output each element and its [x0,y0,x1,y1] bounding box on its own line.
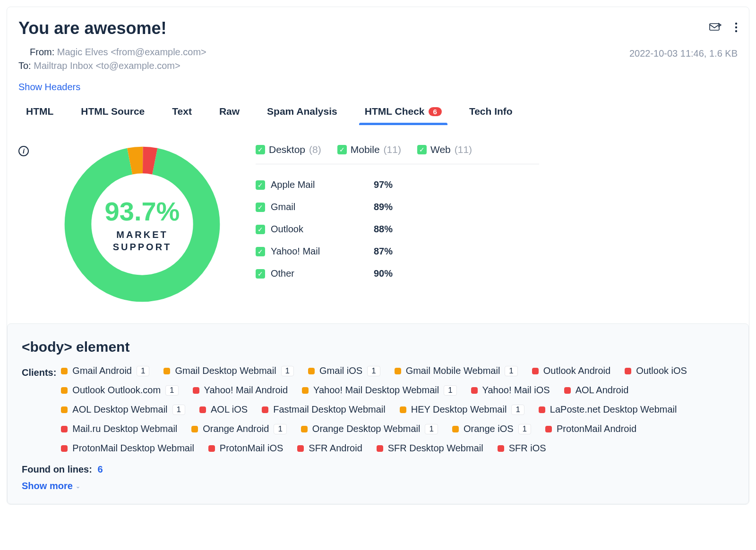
client-pill: Outlook Outlook.com1 [61,385,178,396]
client-pill: SFR iOS [498,443,546,454]
tab-text[interactable]: Text [172,106,192,125]
status-dot-icon [539,406,545,413]
client-row[interactable]: ✓Yahoo! Mail87% [256,240,539,262]
client-pill: Orange Desktop Webmail1 [301,423,438,434]
to-value: Mailtrap Inbox <to@example.com> [34,60,180,71]
client-pill: ProtonMail Desktop Webmail [61,443,194,454]
page-title: You are awesome! [18,18,166,38]
status-dot-icon [302,387,309,394]
timestamp: 2022-10-03 11:46, 1.6 KB [629,48,738,59]
status-dot-icon [400,406,406,413]
client-row[interactable]: ✓Other90% [256,262,539,285]
issue-title: <body> element [22,339,734,355]
status-dot-icon [498,445,504,452]
count-badge: 1 [172,405,185,415]
svg-point-1 [735,23,737,25]
count-badge: 1 [367,366,380,376]
count-badge: 1 [505,366,517,376]
client-pill: SFR Desktop Webmail [377,443,483,454]
status-dot-icon [308,368,315,374]
status-dot-icon [208,445,215,452]
client-pill: Fastmail Desktop Webmail [262,404,385,415]
status-dot-icon [297,445,304,452]
to-label: To: [18,60,31,71]
count-badge: 1 [165,385,178,396]
market-support-donut: 93.7% MARKETSUPPORT [62,144,223,305]
status-dot-icon [61,445,68,452]
status-dot-icon [191,426,198,432]
client-pill: Orange Android1 [191,423,287,434]
donut-percentage: 93.7% [105,196,180,227]
status-dot-icon [61,406,68,413]
status-dot-icon [163,368,170,374]
checkbox-icon: ✓ [256,247,265,256]
client-pill: ProtonMail Android [545,423,636,434]
filter-desktop[interactable]: ✓Desktop (8) [256,144,321,155]
client-pill: Yahoo! Mail Desktop Webmail1 [302,385,457,396]
tab-tech-info[interactable]: Tech Info [469,106,513,125]
client-pill: Outlook Android [532,365,610,376]
status-dot-icon [564,387,571,394]
status-dot-icon [262,406,268,413]
info-icon[interactable]: i [18,146,29,156]
status-dot-icon [452,426,459,432]
client-pill: AOL iOS [199,404,248,415]
client-row[interactable]: ✓Outlook88% [256,218,539,240]
status-dot-icon [471,387,478,394]
from-label: From: [30,47,54,57]
show-more-link[interactable]: Show more ⌄ [22,481,734,491]
client-row[interactable]: ✓Gmail89% [256,196,539,218]
forward-icon[interactable] [709,22,722,35]
more-menu-icon[interactable] [735,22,738,35]
chevron-down-icon: ⌄ [76,483,80,490]
client-row[interactable]: ✓Apple Mail97% [256,174,539,196]
filter-web[interactable]: ✓Web (11) [417,144,472,155]
status-dot-icon [61,368,68,374]
checkbox-icon: ✓ [256,269,265,279]
client-pill: Gmail Desktop Webmail1 [163,365,294,376]
status-dot-icon [61,387,68,394]
client-pill: Outlook iOS [625,365,687,376]
svg-rect-0 [710,24,719,30]
status-dot-icon [199,406,206,413]
client-pill: Gmail Android1 [61,365,149,376]
status-dot-icon [193,387,199,394]
client-pill: Orange iOS1 [452,423,531,434]
filter-mobile[interactable]: ✓Mobile (11) [337,144,401,155]
count-badge: 1 [281,366,294,376]
checkbox-icon: ✓ [256,225,265,234]
show-headers-link[interactable]: Show Headers [7,74,749,93]
from-value: Magic Elves <from@example.com> [57,47,206,57]
clients-label: Clients: [22,367,56,378]
count-badge: 1 [444,385,456,396]
tab-html-check[interactable]: HTML Check6 [365,106,442,125]
count-badge: 1 [137,366,149,376]
client-pill: Gmail iOS1 [308,365,380,376]
count-badge: 1 [274,424,286,434]
status-dot-icon [61,426,68,432]
status-dot-icon [625,368,631,374]
tab-badge: 6 [429,107,442,116]
tabs: HTMLHTML SourceTextRawSpam AnalysisHTML … [7,93,749,125]
found-on-lines-value[interactable]: 6 [97,464,103,474]
status-dot-icon [532,368,539,374]
client-pill: LaPoste.net Desktop Webmail [539,404,677,415]
checkbox-icon: ✓ [256,203,265,212]
issue-panel: <body> element Clients: Gmail Android1Gm… [7,323,749,504]
status-dot-icon [377,445,383,452]
client-pill: Gmail Mobile Webmail1 [395,365,518,376]
client-pill: AOL Desktop Webmail1 [61,404,185,415]
checkbox-icon: ✓ [417,145,427,154]
tab-spam-analysis[interactable]: Spam Analysis [267,106,337,125]
client-pill: HEY Desktop Webmail1 [400,404,524,415]
count-badge: 1 [518,424,531,434]
checkbox-icon: ✓ [256,145,265,154]
client-pill: Mail.ru Desktop Webmail [61,423,177,434]
checkbox-icon: ✓ [337,145,347,154]
client-pill: Yahoo! Mail Android [193,385,288,396]
tab-raw[interactable]: Raw [219,106,240,125]
tab-html-source[interactable]: HTML Source [81,106,145,125]
tab-html[interactable]: HTML [26,106,53,125]
status-dot-icon [395,368,401,374]
donut-label: MARKETSUPPORT [113,228,172,253]
